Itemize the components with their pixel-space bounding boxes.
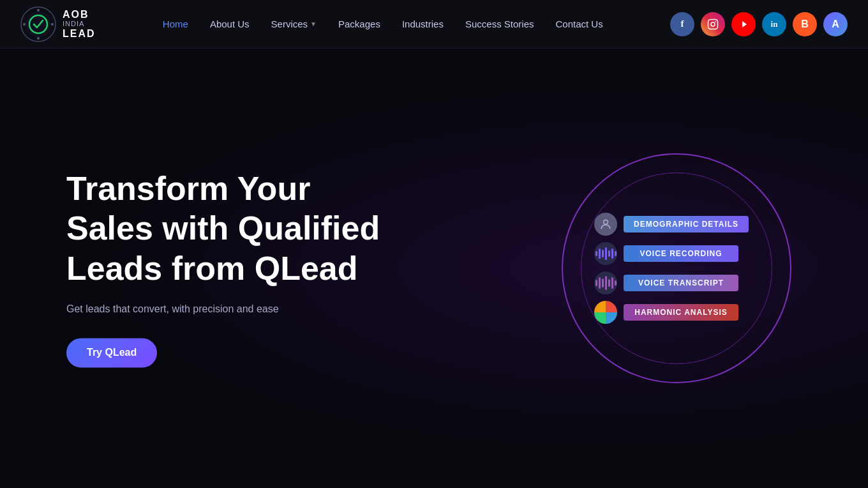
voice-recording-icon (594, 242, 617, 265)
nav-industries[interactable]: Industries (393, 13, 453, 34)
logo-icon (20, 6, 56, 42)
svg-rect-7 (708, 19, 717, 29)
svg-point-8 (711, 22, 715, 26)
facebook-link[interactable]: f (670, 12, 694, 36)
nav-about[interactable]: About Us (201, 13, 258, 34)
demographic-icon (594, 213, 617, 236)
logo-lead: LEAD (63, 28, 96, 40)
user-icon: A (832, 19, 839, 30)
svg-point-4 (51, 23, 54, 26)
svg-marker-10 (742, 21, 747, 27)
instagram-link[interactable] (701, 12, 725, 36)
nav-home[interactable]: Home (154, 13, 197, 34)
feature-demographic: DEMOGRAPHIC DETAILS (594, 213, 749, 236)
hero-section: Transform Your Sales with Qualified Lead… (0, 49, 868, 488)
logo-india: INDIA (63, 20, 96, 27)
youtube-icon (738, 20, 749, 29)
try-qlead-button[interactable]: Try QLead (66, 339, 157, 368)
navbar: AOB INDIA LEAD Home About Us Services ▼ … (0, 0, 868, 49)
svg-point-9 (715, 20, 716, 22)
svg-point-11 (604, 220, 608, 224)
nav-packages[interactable]: Packages (329, 13, 389, 34)
instagram-icon (707, 19, 719, 30)
svg-point-5 (37, 37, 40, 40)
hero-content: Transform Your Sales with Qualified Lead… (66, 169, 398, 367)
user-profile-link[interactable]: A (823, 12, 848, 36)
waveform-icon (595, 246, 617, 261)
hero-subtitle: Get leads that convert, with precision a… (66, 304, 398, 316)
logo-text: AOB INDIA LEAD (63, 9, 96, 39)
harmonic-icon (594, 301, 617, 324)
feature-harmonic: HARMONIC ANALYSIS (594, 301, 738, 324)
nav-services[interactable]: Services ▼ (262, 13, 326, 34)
hero-title: Transform Your Sales with Qualified Lead… (66, 169, 398, 288)
logo-aob: AOB (63, 9, 96, 20)
feature-list: DEMOGRAPHIC DETAILS (581, 172, 772, 364)
logo[interactable]: AOB INDIA LEAD (20, 6, 96, 42)
facebook-icon: f (680, 19, 684, 29)
svg-point-6 (23, 23, 26, 26)
harmonic-label: HARMONIC ANALYSIS (624, 304, 738, 321)
feature-voice-recording: VOICE RECORDING (594, 242, 738, 265)
harmonic-pie-icon (599, 305, 613, 319)
voice-transcript-label: VOICE TRANSCRIPT (624, 275, 738, 291)
blogger-icon: B (801, 19, 809, 30)
voice-transcript-icon (594, 271, 617, 294)
person-icon (599, 218, 612, 231)
services-chevron: ▼ (310, 20, 317, 27)
hero-visual: DEMOGRAPHIC DETAILS (562, 153, 791, 383)
voice-recording-label: VOICE RECORDING (624, 245, 738, 262)
transcript-waveform-icon (595, 275, 617, 291)
blogger-link[interactable]: B (793, 12, 817, 36)
nav-success[interactable]: Success Stories (456, 13, 543, 34)
svg-point-3 (37, 9, 40, 11)
nav-contact[interactable]: Contact Us (546, 13, 611, 34)
linkedin-icon: in (771, 19, 778, 29)
linkedin-link[interactable]: in (762, 12, 786, 36)
nav-menu: Home About Us Services ▼ Packages Indust… (154, 13, 612, 34)
social-links: f in B A (670, 12, 848, 36)
youtube-link[interactable] (731, 12, 756, 36)
feature-circle: DEMOGRAPHIC DETAILS (562, 153, 791, 383)
demographic-label: DEMOGRAPHIC DETAILS (624, 216, 749, 233)
feature-voice-transcript: VOICE TRANSCRIPT (594, 271, 738, 294)
